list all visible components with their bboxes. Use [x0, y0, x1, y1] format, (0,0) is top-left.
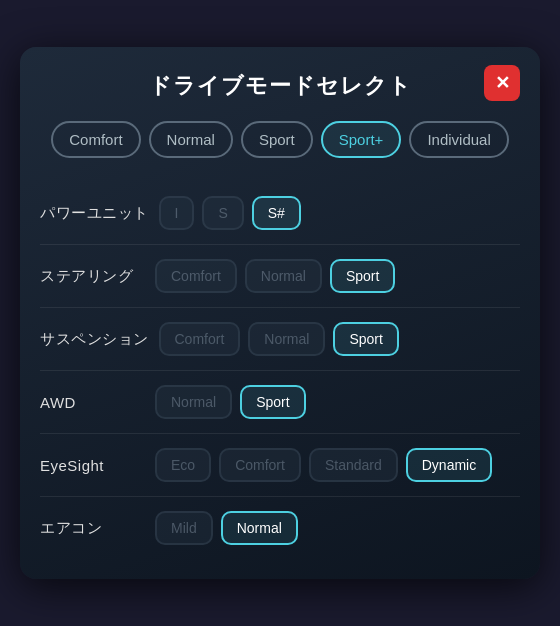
setting-label-eyesight: EyeSight — [40, 457, 145, 474]
option-eyesight-dynamic[interactable]: Dynamic — [406, 448, 492, 482]
option-steering-comfort[interactable]: Comfort — [155, 259, 237, 293]
setting-row-eyesight: EyeSightEcoComfortStandardDynamic — [40, 434, 520, 497]
top-tab-sport_plus[interactable]: Sport+ — [321, 121, 402, 158]
setting-row-steering: ステアリングComfortNormalSport — [40, 245, 520, 308]
option-eyesight-standard[interactable]: Standard — [309, 448, 398, 482]
setting-row-suspension: サスペンションComfortNormalSport — [40, 308, 520, 371]
option-awd-sport[interactable]: Sport — [240, 385, 305, 419]
option-aircon-normal[interactable]: Normal — [221, 511, 298, 545]
option-aircon-mild[interactable]: Mild — [155, 511, 213, 545]
top-tab-comfort[interactable]: Comfort — [51, 121, 140, 158]
settings-area: パワーユニットISS#ステアリングComfortNormalSportサスペンシ… — [40, 182, 520, 559]
setting-label-aircon: エアコン — [40, 519, 145, 538]
options-aircon: MildNormal — [155, 511, 298, 545]
top-tab-individual[interactable]: Individual — [409, 121, 508, 158]
option-power_unit-i[interactable]: I — [159, 196, 195, 230]
modal-header: ドライブモードセレクト ✕ — [40, 71, 520, 101]
setting-label-steering: ステアリング — [40, 267, 145, 286]
option-suspension-normal[interactable]: Normal — [248, 322, 325, 356]
options-eyesight: EcoComfortStandardDynamic — [155, 448, 492, 482]
setting-label-awd: AWD — [40, 394, 145, 411]
option-eyesight-eco[interactable]: Eco — [155, 448, 211, 482]
drive-mode-modal: ドライブモードセレクト ✕ ComfortNormalSportSport+In… — [20, 47, 540, 579]
options-power_unit: ISS# — [159, 196, 301, 230]
setting-label-suspension: サスペンション — [40, 330, 149, 349]
option-awd-normal[interactable]: Normal — [155, 385, 232, 419]
top-tab-normal[interactable]: Normal — [149, 121, 233, 158]
option-suspension-comfort[interactable]: Comfort — [159, 322, 241, 356]
option-suspension-sport[interactable]: Sport — [333, 322, 398, 356]
option-power_unit-sh[interactable]: S# — [252, 196, 301, 230]
option-power_unit-s[interactable]: S — [202, 196, 243, 230]
close-button[interactable]: ✕ — [484, 65, 520, 101]
setting-row-awd: AWDNormalSport — [40, 371, 520, 434]
setting-row-power_unit: パワーユニットISS# — [40, 182, 520, 245]
top-tabs: ComfortNormalSportSport+Individual — [40, 121, 520, 158]
modal-title: ドライブモードセレクト — [149, 71, 412, 101]
setting-row-aircon: エアコンMildNormal — [40, 497, 520, 559]
options-steering: ComfortNormalSport — [155, 259, 395, 293]
option-steering-sport[interactable]: Sport — [330, 259, 395, 293]
option-steering-normal[interactable]: Normal — [245, 259, 322, 293]
top-tab-sport[interactable]: Sport — [241, 121, 313, 158]
options-suspension: ComfortNormalSport — [159, 322, 399, 356]
setting-label-power_unit: パワーユニット — [40, 204, 149, 223]
option-eyesight-comfort[interactable]: Comfort — [219, 448, 301, 482]
options-awd: NormalSport — [155, 385, 306, 419]
